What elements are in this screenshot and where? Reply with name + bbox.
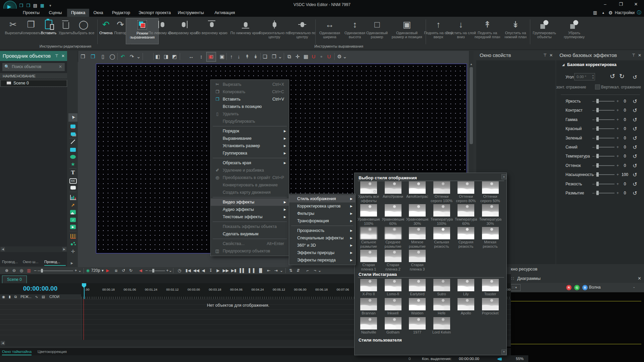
plus-icon[interactable]: + xyxy=(166,267,168,274)
slider-thumb[interactable] xyxy=(596,191,599,195)
more-icon[interactable]: ⌄ xyxy=(318,267,321,274)
project-save-icon[interactable]: ❒ xyxy=(25,3,31,8)
slider-minus-icon[interactable]: – xyxy=(592,145,595,149)
quickbar-more-icon[interactable]: ▼ xyxy=(48,3,53,8)
snap-u1-icon[interactable]: U xyxy=(312,51,316,62)
submenu-item-Фильтры[interactable]: Фильтры▶ xyxy=(289,210,355,217)
style-Оттенки серого 80%[interactable]: Оттенки серого 80% xyxy=(455,181,477,203)
instagram-style-Lord Kelvin[interactable]: Lord Kelvin xyxy=(431,317,453,335)
slider-thumb[interactable] xyxy=(596,145,599,149)
style-Сильное размытие[interactable]: Сильное размытие xyxy=(358,227,380,249)
collapse-ribbon-icon[interactable]: ▲ xyxy=(602,9,605,17)
submenu-item-Стиль изображения[interactable]: Стиль изображения▶ xyxy=(289,195,355,202)
context-menu-item-Копировать[interactable]: ❐КопироватьCtrl+C xyxy=(211,88,289,96)
minus-icon[interactable]: – xyxy=(34,267,37,274)
sort-up-icon[interactable]: ⇅ xyxy=(289,267,292,274)
layout-icon[interactable]: ▥ xyxy=(593,9,597,17)
zoom-reset-icon[interactable]: ◎ xyxy=(20,267,23,274)
style-Уравновешивание 60%[interactable]: Уравновешивание 60% xyxy=(382,204,404,226)
step-back-icon[interactable]: ◀ xyxy=(202,267,205,274)
slider-minus-icon[interactable]: – xyxy=(592,154,595,159)
context-menu-item-Свойства...[interactable]: Свойства...Alt+Enter xyxy=(211,240,289,247)
slider-minus-icon[interactable]: – xyxy=(592,126,595,131)
reset-icon[interactable]: ↺ xyxy=(633,98,637,105)
slider-thumb[interactable] xyxy=(596,136,599,140)
wave-mode-label[interactable]: Волна xyxy=(589,285,601,290)
context-menu-item-Выравнивание[interactable]: Выравнивание▶ xyxy=(211,135,289,142)
style-Удалить все эффекты[interactable]: Удалить все эффекты xyxy=(358,181,380,203)
tooltip-tool[interactable] xyxy=(68,186,78,190)
context-menu-item-Создать карту движения[interactable]: Создать карту движения xyxy=(211,189,289,196)
slider-plus-icon[interactable]: + xyxy=(616,136,619,140)
reset-icon[interactable]: ↺ xyxy=(633,126,637,132)
submenu-item-Эффекты природы[interactable]: Эффекты природы▶ xyxy=(289,249,355,256)
context-menu-item-Предпросмотр объектов[interactable]: ◫Предпросмотр объектов xyxy=(211,247,289,255)
more-icon[interactable]: ⌄ xyxy=(78,267,82,274)
submenu-item-Специальные эффекты[interactable]: Специальные эффекты▶ xyxy=(289,234,355,242)
close-icon[interactable]: ✕ xyxy=(637,50,643,60)
style-АвтоУровни[interactable]: АвтоУровни xyxy=(382,181,404,203)
slider-thumb[interactable] xyxy=(596,99,599,103)
menu-Экспорт проекта[interactable]: Экспорт проекта xyxy=(135,9,175,17)
style-Оттенки серого 50%[interactable]: Оттенки серого 50% xyxy=(479,181,501,203)
slider-minus-icon[interactable]: – xyxy=(592,108,595,113)
rectangle-tool[interactable] xyxy=(68,148,78,152)
align-left-icon[interactable]: ◧ xyxy=(155,51,160,62)
snap-add-icon[interactable]: ✛ xyxy=(296,51,300,62)
paste-icon[interactable]: ❐ xyxy=(91,51,95,62)
explorer-tab-Окно ш...[interactable]: Окно ш... xyxy=(23,259,41,265)
timeline-tab-Окно таймлайна[interactable]: Окно таймлайна xyxy=(2,349,32,355)
sel-start-icon[interactable]: ⇤ xyxy=(267,267,270,274)
rotate-left-90-icon[interactable]: ↺ xyxy=(610,72,615,80)
instagram-style-Apollo[interactable]: Apollo xyxy=(455,298,477,316)
ribbon-button-По правому краю[interactable]: По правому краю xyxy=(167,18,200,44)
slider-plus-icon[interactable]: + xyxy=(616,163,619,168)
grid-icon[interactable]: ▦ xyxy=(304,51,308,62)
instagram-style-Toaster[interactable]: Toaster xyxy=(479,279,501,297)
particles-tool[interactable] xyxy=(68,242,78,246)
instagram-style-Gotham[interactable]: Gotham xyxy=(382,317,404,335)
scroll-left-icon[interactable]: ◀ xyxy=(1,341,5,345)
slider-thumb[interactable] xyxy=(596,172,599,177)
reset-icon[interactable]: ↺ xyxy=(633,181,637,187)
restore-button[interactable]: ❐ xyxy=(616,1,626,7)
prev-frame-icon[interactable]: ◀◀ xyxy=(193,267,199,274)
slider-plus-icon[interactable]: + xyxy=(616,191,619,195)
menu-Активация[interactable]: Активация xyxy=(210,9,239,17)
explorer-tab-Провод...[interactable]: Провод... xyxy=(2,259,20,265)
layer-down-icon[interactable]: ↓ xyxy=(237,51,240,62)
play-icon[interactable]: ▶ xyxy=(106,267,109,274)
same-width-icon[interactable]: ↔ xyxy=(189,51,194,62)
instagram-style-Sutro[interactable]: Sutro xyxy=(431,279,453,297)
clear-search-icon[interactable]: ✕ xyxy=(59,63,62,70)
spin-down-icon[interactable]: ▼ xyxy=(592,77,594,79)
undo-icon[interactable]: ↶ xyxy=(121,51,125,62)
go-position-icon[interactable]: ↧ xyxy=(209,267,212,274)
ribbon-button-Одинаковый размер и позиция[interactable]: ▣Одинаковый размер и позиция xyxy=(391,18,423,44)
instagram-style-Lily[interactable]: Lily xyxy=(455,279,477,297)
audio-level-icon[interactable]: ◀▮ xyxy=(497,355,502,362)
slider-minus-icon[interactable]: – xyxy=(592,182,595,186)
scene-tab[interactable]: Scene 0 xyxy=(2,276,27,284)
context-menu-item-Обрезать края[interactable]: Обрезать края▶ xyxy=(211,159,289,167)
gear-icon[interactable]: ⚙ xyxy=(608,9,613,17)
sel-end-icon[interactable]: ⇥ xyxy=(274,267,278,274)
waveform-icon[interactable]: ∿ xyxy=(35,295,38,299)
rotate-left-icon[interactable]: ↺ xyxy=(122,267,125,274)
slider-plus-icon[interactable]: + xyxy=(616,172,619,177)
copy-icon[interactable]: ❐ xyxy=(80,51,85,62)
scroll-right-icon[interactable]: ▶ xyxy=(62,247,66,251)
pin-icon[interactable]: ⊤ xyxy=(54,51,60,61)
export-video-icon[interactable]: ▦ xyxy=(40,3,45,8)
minimize-button[interactable]: – xyxy=(600,1,610,7)
context-menu-item-Конвертировать в движение[interactable]: Конвертировать в движение xyxy=(211,181,289,189)
more-icon[interactable]: ⌄ xyxy=(280,267,283,274)
slider-plus-icon[interactable]: + xyxy=(616,145,619,149)
minus-icon[interactable]: – xyxy=(146,267,148,274)
pin-icon[interactable]: ⊤ xyxy=(542,50,548,60)
dock-right-icon[interactable]: ¬ xyxy=(314,267,316,274)
slider-minus-icon[interactable]: – xyxy=(592,99,595,104)
list-icon[interactable]: ▤ xyxy=(42,295,45,299)
context-menu-item-Установить размер[interactable]: Установить размер▶ xyxy=(211,142,289,149)
scene-list-item[interactable]: Scene 0 xyxy=(0,80,67,87)
